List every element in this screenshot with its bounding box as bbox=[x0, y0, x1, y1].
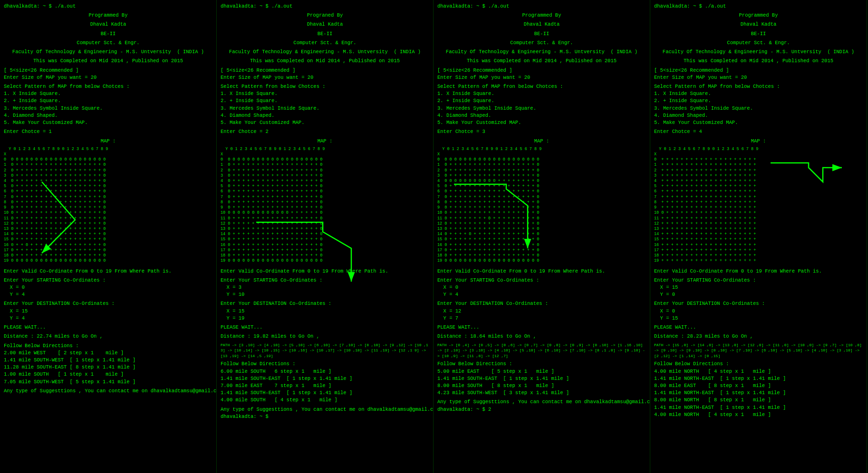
choice-2-5: 5. Make Your Customized MAP. bbox=[221, 119, 429, 126]
dir-3-4: 4.23 mile SOUTH-WEST [ 3 step x 1.41 mil… bbox=[437, 389, 646, 397]
faculty-3: Faculty Of Technology & Engineering - M.… bbox=[437, 48, 646, 56]
prompt-end-2: dhavalkadta: ~ $ bbox=[221, 413, 429, 420]
path-line-2: PATH -> [3 ,10] -> [4 ,10] -> [5 ,10] ->… bbox=[221, 342, 429, 359]
pattern-prompt-3: Select Pattern of MAP fron below Chotces… bbox=[437, 83, 646, 90]
starting-label-4: Enter Your STARTING Co-Ordinates : bbox=[654, 277, 863, 284]
please-wait-3: PLEASE WAIT... bbox=[437, 324, 646, 331]
suggestion-2: Any type of Suggesttions , You can conta… bbox=[221, 406, 429, 413]
start-y-2: Y = 10 bbox=[221, 291, 429, 298]
dept-3: Computer Sct. & Engr. bbox=[437, 39, 646, 47]
dest-y-1: Y = 4 bbox=[4, 315, 212, 322]
choice-3-1: 1. X Inside Square. bbox=[437, 90, 646, 97]
dir-2-1: 6.00 mile SOUTH 6 step x 1 mile ] bbox=[221, 368, 429, 375]
choice-entered-3: Enter Chotce = 3 bbox=[437, 128, 646, 135]
completed-3: This was Completed on Mid 2014 , Publish… bbox=[437, 57, 646, 65]
choice-entered-1: Enter Chotce = 1 bbox=[4, 128, 212, 135]
choice-2-1: 1. X Inside Square. bbox=[221, 90, 429, 97]
dest-label-1: Enter Your DESTINATION Co-Ordinates : bbox=[4, 300, 212, 307]
size-hint-3: [ 5<size<26 Recommended ] bbox=[437, 67, 646, 74]
choice-4-4: 4. Diamond Shaped. bbox=[654, 112, 863, 119]
dept-2: Computer Sct. & Engr. bbox=[221, 39, 429, 47]
choice-3-2: 2. + Inside Square. bbox=[437, 97, 646, 104]
prog-by-2: Prograned By bbox=[221, 12, 429, 19]
choice-4-1: 1. X Inside Square. bbox=[654, 90, 863, 97]
start-y-3: Y = 4 bbox=[437, 291, 646, 298]
starting-label-1: Enter Your STARTING Co-Ordinates : bbox=[4, 277, 212, 284]
size-prompt-3: Enter Size of MAP you want = 20 bbox=[437, 74, 646, 81]
choice-entered-4: Enter Chotce = 4 bbox=[654, 128, 863, 135]
dest-x-3: X = 12 bbox=[437, 308, 646, 315]
prompt-3: dhavalkadta: ~ $ ./a.out bbox=[437, 3, 646, 10]
dest-label-2: Enter Your DESTINATION Co-Ordinates : bbox=[221, 300, 429, 307]
map-container-4: Y 0 1 2 3 4 5 6 7 8 9 0 1 2 3 4 5 6 7 8 … bbox=[654, 147, 863, 264]
map-label-1: MAP : bbox=[4, 138, 212, 145]
dest-x-4: X = 0 bbox=[654, 308, 863, 315]
map-grid-2: Y 0 1 2 3 4 5 6 7 8 9 0 1 2 3 4 5 6 7 8 … bbox=[221, 147, 429, 264]
path-line-4: PATH -> [15 ,0] -> [14 ,0] -> [13 ,0] ->… bbox=[654, 342, 863, 359]
dir-1-3: 11.28 mile SOUTH-EAST [ 8 step x 1.41 mi… bbox=[4, 364, 212, 371]
start-y-1: Y = 4 bbox=[4, 291, 212, 298]
dir-1-1: 2.00 mile WEST [ 2 step x 1 mile ] bbox=[4, 350, 212, 357]
prog-by-4: Programmed By bbox=[654, 12, 863, 19]
starting-label-2: Enter Your STARTING Co-Ordinates : bbox=[221, 277, 429, 284]
panel-3: dhavalkadta: ~ $ ./a.out Programmed By D… bbox=[434, 0, 650, 473]
completed-4: This was Completed on Mid 2014 , Publish… bbox=[654, 57, 863, 65]
dir-2-2: 1.41 mile SOUTH-EAST [ 1 step x 1.41 mil… bbox=[221, 375, 429, 382]
pattern-prompt-1: Select Pattern of MAP from below Chotces… bbox=[4, 83, 212, 90]
size-hint-4: [ 5<size<26 Recommended ] bbox=[654, 67, 863, 74]
start-x-3: X = 0 bbox=[437, 284, 646, 291]
choice-2-2: 2. + Inside Square. bbox=[221, 97, 429, 104]
author-3: Dhaval Kadta bbox=[437, 21, 646, 28]
dest-y-2: Y = 19 bbox=[221, 315, 429, 322]
choice-4-5: 5. Make Your Customized MAP. bbox=[654, 119, 863, 126]
map-label-3: MAP : bbox=[437, 138, 646, 145]
completed-2: This was Completed on Mid 2014 , Publish… bbox=[221, 57, 429, 65]
directions-label-1: Follow Below Directions : bbox=[4, 342, 212, 350]
prog-by-3: Programmed By bbox=[437, 12, 646, 19]
dept-1: Computer Sct. & Engr. bbox=[4, 39, 212, 47]
map-label-4: MAP : bbox=[654, 138, 863, 145]
dir-4-5: 8.00 mile NORTH [ 8 step x 1 mile ] bbox=[654, 397, 863, 404]
dir-1-5: 7.05 mile SOUTH-WEST [ 5 step x 1.41 mil… bbox=[4, 378, 212, 386]
directions-label-3: Follow Below Directions : bbox=[437, 360, 646, 368]
faculty-4: Faculty Of Technology & Engineering - M.… bbox=[654, 48, 863, 56]
prompt-4: dhavalkadta: ~ $ ./a.out bbox=[654, 3, 863, 10]
start-x-1: X = 0 bbox=[4, 284, 212, 291]
map-container-3: Y 0 1 2 3 4 5 6 7 8 9 0 1 2 3 4 5 6 7 8 … bbox=[437, 147, 646, 264]
coord-prompt-3: Enter Valid Co-Ordinate From 0 to 19 Fro… bbox=[437, 268, 646, 275]
faculty-1: Faculty Of Technology & Engineering - M.… bbox=[4, 48, 212, 56]
dir-3-3: 8.00 mile SOUTH [ 8 step x 1 mile ] bbox=[437, 382, 646, 389]
dir-3-2: 1.41 mile SOUTH-EAST [ 1 step x 1.41 mil… bbox=[437, 375, 646, 382]
please-wait-1: PLEASE WAIT... bbox=[4, 324, 212, 331]
map-container-2: Y 0 1 2 3 4 5 6 7 8 9 0 1 2 3 4 5 6 7 8 … bbox=[221, 147, 429, 264]
prompt-end-3: dhavalkadta: ~ $ 2 bbox=[437, 406, 646, 413]
dir-4-2: 1.41 mile NORTH-EAST [ 1 step x 1.41 mil… bbox=[654, 375, 863, 382]
dir-3-1: 5.00 mile EAST [ 5 step x 1 mile ] bbox=[437, 368, 646, 375]
version-1: BE-II bbox=[4, 30, 212, 38]
prompt-1: dhavalkadta: ~ $ ./a.out bbox=[4, 3, 212, 10]
distance-1: Distance : 22.74 miles to Go On , bbox=[4, 333, 212, 340]
map-grid-1: Y 0 1 2 3 4 5 6 7 8 9 0 1 2 3 4 5 6 7 8 … bbox=[4, 147, 212, 264]
dest-x-1: X = 15 bbox=[4, 308, 212, 315]
version-3: BE-II bbox=[437, 30, 646, 38]
pattern-prompt-4: Select Pattern of MAP fron below Chotces… bbox=[654, 83, 863, 90]
dept-4: Computer Sct. & Engr. bbox=[654, 39, 863, 47]
prompt-2: dhavalkadta: ~ $ ./a.out bbox=[221, 3, 429, 10]
choice-2-3: 3. Mercedes Symbol Inside Square. bbox=[221, 105, 429, 112]
completed-1: This was Completed on Mid 2014 , Publish… bbox=[4, 57, 212, 65]
map-grid-3: Y 0 1 2 3 4 5 6 7 8 9 0 1 2 3 4 5 6 7 8 … bbox=[437, 147, 646, 264]
please-wait-2: PLEASE WAIT... bbox=[221, 324, 429, 331]
faculty-2: Faculty Of Technology & Engineering - M.… bbox=[221, 48, 429, 56]
choice-3-5: 5. Make Your Customized MAP. bbox=[437, 119, 646, 126]
map-label-2: MAP : bbox=[221, 138, 429, 145]
map-container-1: Y 0 1 2 3 4 5 6 7 8 9 0 1 2 3 4 5 6 7 8 … bbox=[4, 147, 212, 264]
size-prompt-4: Enter Size of MAP you want = 20 bbox=[654, 74, 863, 81]
dir-2-5: 4.00 mile SOUTH [ 4 step x 1 mile ] bbox=[221, 397, 429, 404]
choice-1-5: 5. Make Your Customized MAP. bbox=[4, 119, 212, 126]
dir-4-3: 8.00 mile EAST [ 8 step x 1 mile ] bbox=[654, 382, 863, 389]
choice-3-4: 4. Diamond Shaped. bbox=[437, 112, 646, 119]
size-prompt-1: Enter Size of MAP you want = 20 bbox=[4, 74, 212, 81]
directions-label-2: Follow Below Directions : bbox=[221, 360, 429, 368]
choice-2-4: 4. Diamond Shaped. bbox=[221, 112, 429, 119]
panel-2: dhavalkadta: ~ $ ./a.out Prograned By Dh… bbox=[217, 0, 434, 473]
